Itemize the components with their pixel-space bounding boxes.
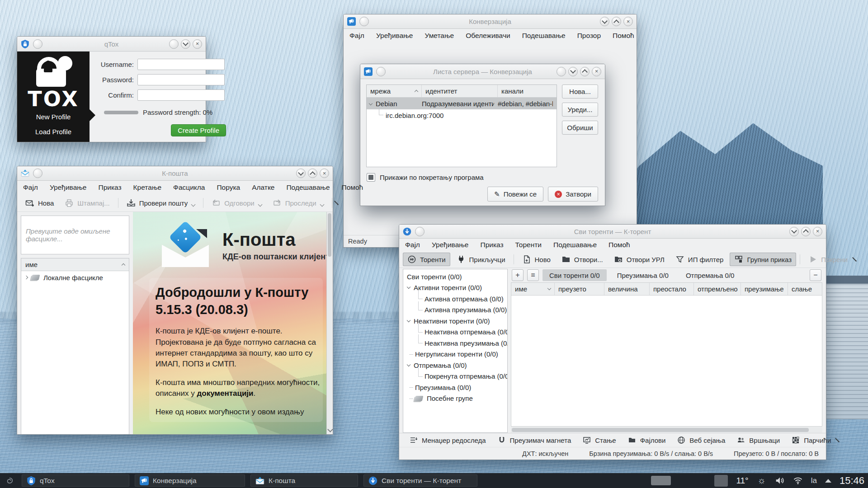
weather-temperature[interactable]: 11° — [736, 476, 748, 486]
menu-file[interactable]: Фајл — [23, 183, 38, 192]
column-name[interactable]: име — [511, 283, 555, 295]
server-row[interactable]: irc.debian.org:7000 — [367, 109, 557, 121]
torrent-list-area[interactable] — [511, 296, 822, 427]
delete-network-button[interactable]: Обриши — [562, 121, 598, 135]
column-size[interactable]: величина — [604, 283, 650, 295]
menu-bookmarks[interactable]: Обележивачи — [466, 32, 510, 40]
keyboard-layout-indicator[interactable]: la — [811, 476, 817, 485]
menu-file[interactable]: Фајл — [349, 32, 364, 40]
window-menu-button[interactable] — [33, 39, 42, 49]
remove-view-button[interactable] — [810, 269, 821, 281]
wifi-icon[interactable] — [793, 477, 803, 484]
password-field[interactable] — [137, 74, 225, 85]
documentation-link[interactable]: документацији — [197, 389, 253, 398]
menu-settings[interactable]: Подешавање — [286, 183, 330, 192]
tab-chunks[interactable]: Парчићи — [786, 436, 837, 444]
column-remaining[interactable]: преостало — [650, 283, 694, 295]
menu-edit[interactable]: Уређивање — [376, 32, 413, 40]
menu-tools[interactable]: Алатке — [252, 183, 274, 192]
expander-icon[interactable] — [24, 276, 28, 279]
tab-load-profile[interactable]: Load Profile — [35, 128, 71, 136]
minimize-button[interactable] — [181, 39, 190, 49]
maximize-button[interactable] — [612, 17, 621, 26]
folder-list-header[interactable]: име — [21, 258, 129, 271]
tab-downloads[interactable]: Преузимања 0/0 — [610, 269, 675, 281]
ktorrent-titlebar[interactable]: Сви торенти — К-торент × — [399, 225, 826, 239]
virtual-desktop-pager[interactable] — [651, 476, 671, 485]
close-button[interactable]: × — [193, 39, 202, 49]
scrollbar-thumb[interactable] — [328, 213, 331, 257]
scrollbar-thumb[interactable] — [512, 428, 809, 432]
group-downloads[interactable]: Преузимања (0/0) — [403, 382, 507, 393]
start-torrent-button[interactable]: Покрени — [804, 253, 852, 266]
column-channels[interactable]: канали — [498, 85, 557, 97]
horizontal-scrollbar[interactable] — [511, 427, 822, 433]
minimize-button[interactable] — [568, 67, 578, 76]
window-menu-button[interactable] — [376, 67, 386, 76]
group-view-button[interactable]: Групни приказ — [730, 253, 796, 266]
task-qtox[interactable]: qTox — [22, 474, 129, 487]
menu-torrents[interactable]: Торенти — [515, 241, 542, 249]
help-button[interactable] — [169, 39, 179, 49]
forward-button[interactable]: Проследи — [268, 196, 328, 210]
menu-settings[interactable]: Подешавање — [553, 241, 597, 249]
group-custom-groups[interactable]: Посебне групе — [403, 393, 507, 404]
folder-local-folders[interactable]: Локалне фасцикле — [21, 271, 129, 284]
tray-expand-icon[interactable] — [825, 479, 831, 483]
column-uploaded[interactable]: отпремљено — [694, 283, 741, 295]
create-profile-button[interactable]: Create Profile — [171, 124, 226, 136]
menu-help[interactable]: Помоћ — [613, 32, 634, 40]
window-menu-button[interactable] — [33, 169, 42, 178]
column-up-speed[interactable]: слање — [788, 283, 822, 295]
panel-splitter[interactable] — [129, 212, 133, 434]
help-button[interactable] — [557, 67, 566, 76]
column-downloaded[interactable]: преузето — [555, 283, 604, 295]
open-torrent-button[interactable]: Отвори... — [557, 253, 608, 266]
new-torrent-button[interactable]: Ново — [518, 253, 555, 266]
server-list-titlebar[interactable]: Листа сервера — Конверзација × — [360, 64, 605, 79]
app-launcher-button[interactable] — [3, 474, 16, 488]
new-network-button[interactable]: Нова... — [562, 84, 598, 99]
expander-icon[interactable] — [407, 319, 410, 322]
tab-magnet-downloader[interactable]: Преузимач магнета — [492, 436, 577, 444]
expander-icon[interactable] — [407, 285, 410, 289]
tab-status[interactable]: Стање — [577, 436, 622, 444]
menu-edit[interactable]: Уређивање — [432, 241, 469, 249]
tab-queue-manager[interactable]: Менаџер редоследа — [404, 436, 492, 444]
ip-filter-button[interactable]: ИП филтер — [671, 253, 728, 266]
menu-message[interactable]: Порука — [217, 183, 240, 192]
show-at-startup-checkbox[interactable] — [367, 173, 375, 182]
tab-web-seeds[interactable]: Веб сејања — [671, 436, 731, 444]
close-button[interactable]: × — [623, 17, 633, 26]
tab-peers[interactable]: Вршњаци — [731, 436, 786, 444]
tab-uploads[interactable]: Отпремања 0/0 — [679, 269, 741, 281]
new-message-button[interactable]: Нова — [21, 196, 58, 210]
close-dialog-button[interactable]: Затвори — [548, 187, 598, 202]
reply-button[interactable]: Одговори — [207, 196, 266, 210]
column-down-speed[interactable]: преузимање — [741, 283, 788, 295]
add-view-button[interactable] — [512, 269, 524, 281]
menu-insert[interactable]: Уметање — [425, 32, 454, 40]
kmail-titlebar[interactable]: К-пошта × — [17, 166, 333, 181]
check-mail-button[interactable]: Провери пошту — [122, 196, 200, 210]
favorite-folders-pane[interactable]: Превуците овде омиљене фасцикле... — [21, 216, 129, 254]
konversation-titlebar[interactable]: Конверзација × — [344, 14, 637, 29]
group-all-torrents[interactable]: Сви торенти (0/0) — [403, 271, 507, 282]
username-field[interactable] — [137, 59, 225, 70]
task-ktorrent[interactable]: Сви торенти — К-торент — [363, 474, 477, 487]
expander-icon[interactable] — [407, 363, 410, 366]
group-active-downloads[interactable]: Активна преузимања (0/0) — [403, 305, 507, 316]
task-kmail[interactable]: К-пошта — [250, 474, 358, 487]
menu-view[interactable]: Приказ — [98, 183, 121, 192]
menu-file[interactable]: Фајл — [405, 241, 420, 249]
tab-files[interactable]: Фајлови — [622, 436, 672, 444]
panel-splitter[interactable] — [508, 268, 511, 433]
speaker-icon[interactable] — [775, 476, 785, 485]
column-network[interactable]: мрежа — [367, 85, 422, 97]
menu-help[interactable]: Помоћ — [609, 241, 630, 249]
group-ungrouped-torrents[interactable]: Негруписани торенти (0/0) — [403, 349, 507, 360]
open-url-button[interactable]: Отвори УРЛ — [609, 253, 669, 266]
maximize-button[interactable] — [308, 169, 317, 178]
maximize-button[interactable] — [580, 67, 590, 76]
tab-new-profile[interactable]: New Profile — [36, 113, 71, 121]
